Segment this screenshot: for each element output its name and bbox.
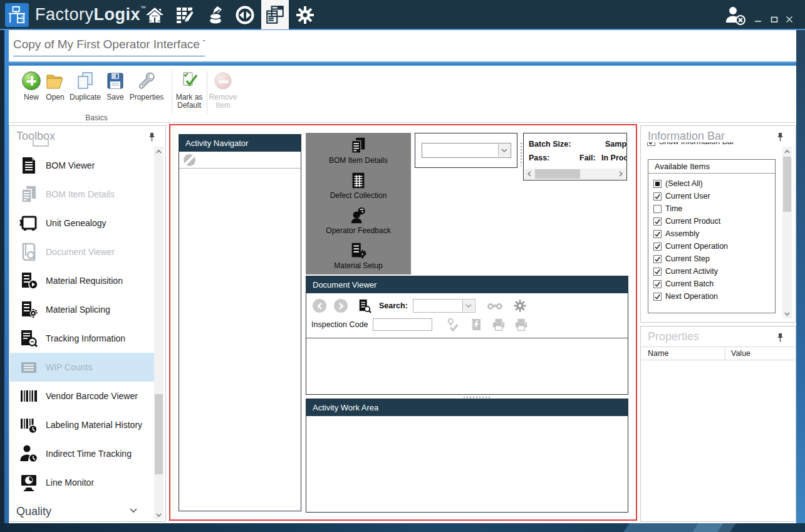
widget-palette-panel: BOM Item Details Defect Collection Opera… xyxy=(306,133,411,274)
remove-item-button[interactable]: Remove Item xyxy=(208,70,238,112)
available-item-assembly[interactable]: Assembly xyxy=(653,227,699,240)
scroll-down-icon[interactable] xyxy=(154,510,164,519)
toolbox-scrollbar[interactable] xyxy=(154,147,164,519)
current-batch-checkbox[interactable] xyxy=(653,280,662,288)
information-bar-scrollbar[interactable] xyxy=(782,147,792,318)
scroll-up-icon[interactable] xyxy=(782,147,792,156)
next-operation-checkbox[interactable] xyxy=(653,293,662,301)
toolbox-item-bom-item-details[interactable]: BOM Item Details xyxy=(10,180,155,209)
minimize-button[interactable] xyxy=(752,14,764,25)
settings-gear-icon[interactable] xyxy=(291,0,319,29)
current-operation-checkbox[interactable] xyxy=(653,243,662,251)
toolbox-item-line-monitor[interactable]: Line Monitor xyxy=(10,468,155,497)
user-logout-icon[interactable] xyxy=(720,0,750,29)
time-checkbox[interactable] xyxy=(653,205,662,213)
close-button[interactable] xyxy=(783,14,796,25)
remove-item-label: Remove Item xyxy=(208,93,238,110)
toolbox-item-unit-genealogy[interactable]: Unit Genealogy xyxy=(10,209,155,237)
scrollbar-thumb[interactable] xyxy=(535,169,580,179)
name-column-header[interactable]: Name xyxy=(648,349,668,358)
chevron-down-icon[interactable] xyxy=(462,300,474,311)
template-name-input[interactable]: Copy of My First Operator Interface Temp… xyxy=(13,38,205,56)
operator-interface-icon[interactable] xyxy=(261,0,289,29)
home-icon[interactable] xyxy=(141,0,169,29)
palette-item-defect-collection[interactable]: Defect Collection xyxy=(306,168,411,203)
verify-check-icon[interactable] xyxy=(446,318,460,331)
scroll-right-icon[interactable] xyxy=(616,169,626,179)
toolbox-item-material-splicing[interactable]: Material Splicing xyxy=(10,295,155,324)
database-receive-icon[interactable] xyxy=(201,0,229,29)
settings-gear-icon[interactable] xyxy=(513,299,527,313)
available-item-current-activity[interactable]: Current Activity xyxy=(653,265,718,278)
toolbox-section-quality[interactable]: Quality xyxy=(10,502,155,521)
toolbox-item-labeling-material-history[interactable]: Labeling Material History xyxy=(10,410,155,439)
available-item-label: Current Operation xyxy=(665,242,728,251)
scroll-down-icon[interactable] xyxy=(782,309,792,318)
scrollbar-thumb[interactable] xyxy=(155,394,163,474)
pin-icon[interactable] xyxy=(148,132,156,145)
inspection-code-input[interactable] xyxy=(373,318,432,331)
chevron-down-icon[interactable] xyxy=(498,144,510,157)
vertical-splitter-handle[interactable] xyxy=(520,143,522,165)
available-item-next-operation[interactable]: Next Operation xyxy=(653,290,718,303)
show-information-bar-row[interactable]: Show Information Bar xyxy=(647,142,772,149)
properties-grid-body[interactable] xyxy=(641,361,795,521)
assembly-checkbox[interactable] xyxy=(653,230,662,238)
transfer-circle-icon[interactable] xyxy=(231,0,259,29)
column-divider[interactable] xyxy=(725,347,725,361)
auto-process-icon[interactable] xyxy=(470,318,482,331)
scroll-left-icon[interactable] xyxy=(524,169,534,179)
pin-icon[interactable] xyxy=(776,132,784,145)
document-search-icon[interactable] xyxy=(358,298,371,313)
activity-work-area-body[interactable] xyxy=(306,416,628,512)
batch-horizontal-scrollbar[interactable] xyxy=(524,169,626,179)
activity-navigator-panel[interactable]: Activity Navigator xyxy=(179,134,301,511)
back-icon[interactable] xyxy=(313,299,326,313)
grid-pencil-icon[interactable] xyxy=(171,0,199,29)
toolbox-item-wip-counts[interactable]: WIP Counts xyxy=(10,353,155,382)
toolbox-item-material-requisition[interactable]: Material Requisition xyxy=(10,266,155,295)
palette-item-operator-feedback[interactable]: Operator Feedback xyxy=(306,203,411,238)
toolbox-item-document-viewer[interactable]: Document Viewer xyxy=(10,237,155,266)
open-button[interactable]: Open xyxy=(40,70,70,112)
current-product-checkbox[interactable] xyxy=(653,217,662,226)
select-all-checkbox[interactable] xyxy=(653,180,662,188)
current-user-checkbox[interactable] xyxy=(653,192,662,201)
toolbox-item-indirect-time-tracking[interactable]: Indirect Time Tracking xyxy=(10,439,155,468)
forward-icon[interactable] xyxy=(334,299,348,313)
palette-item-material-setup[interactable]: Material Setup xyxy=(306,238,411,273)
value-column-header[interactable]: Value xyxy=(731,349,750,358)
mark-as-default-button[interactable]: Mark as Default xyxy=(174,70,205,112)
printer-icon[interactable] xyxy=(514,318,529,331)
activity-navigator-body[interactable] xyxy=(179,169,301,511)
toolbox-item-tracking-information[interactable]: Tracking Information xyxy=(10,324,155,353)
available-item-current-operation[interactable]: Current Operation xyxy=(653,240,728,253)
pin-icon[interactable] xyxy=(776,333,784,345)
binoculars-icon[interactable] xyxy=(487,301,503,311)
document-viewer-body[interactable] xyxy=(306,338,628,394)
available-item-select-all[interactable]: (Select All) xyxy=(653,177,703,190)
available-item-current-batch[interactable]: Current Batch xyxy=(653,278,714,290)
widget-combobox[interactable] xyxy=(422,143,511,158)
maximize-button[interactable] xyxy=(768,14,781,25)
printer-icon[interactable] xyxy=(491,318,506,331)
current-activity-checkbox[interactable] xyxy=(653,268,662,276)
save-button[interactable]: Save xyxy=(100,70,130,112)
document-viewer-panel[interactable]: Document Viewer Search: xyxy=(306,276,628,395)
available-item-time[interactable]: Time xyxy=(653,202,682,215)
search-combobox[interactable] xyxy=(413,299,475,313)
duplicate-button[interactable]: Duplicate xyxy=(70,70,100,112)
available-item-current-product[interactable]: Current Product xyxy=(653,215,720,227)
scrollbar-thumb[interactable] xyxy=(783,157,791,212)
properties-button[interactable]: Properties xyxy=(132,70,162,112)
toolbox-item-vendor-barcode-viewer[interactable]: Vendor Barcode Viewer xyxy=(10,382,155,410)
available-items-groupbox: Available Items (Select All) Current Use… xyxy=(648,159,776,313)
scroll-up-icon[interactable] xyxy=(154,147,164,156)
activity-work-area-panel[interactable]: Activity Work Area xyxy=(306,399,628,513)
show-information-bar-checkbox[interactable] xyxy=(647,142,655,146)
toolbox-item-bom-viewer[interactable]: BOM Viewer xyxy=(10,151,155,180)
current-step-checkbox[interactable] xyxy=(653,255,662,263)
available-item-current-step[interactable]: Current Step xyxy=(653,253,710,265)
available-item-current-user[interactable]: Current User xyxy=(653,190,710,202)
palette-item-bom-item-details[interactable]: BOM Item Details xyxy=(306,133,411,168)
